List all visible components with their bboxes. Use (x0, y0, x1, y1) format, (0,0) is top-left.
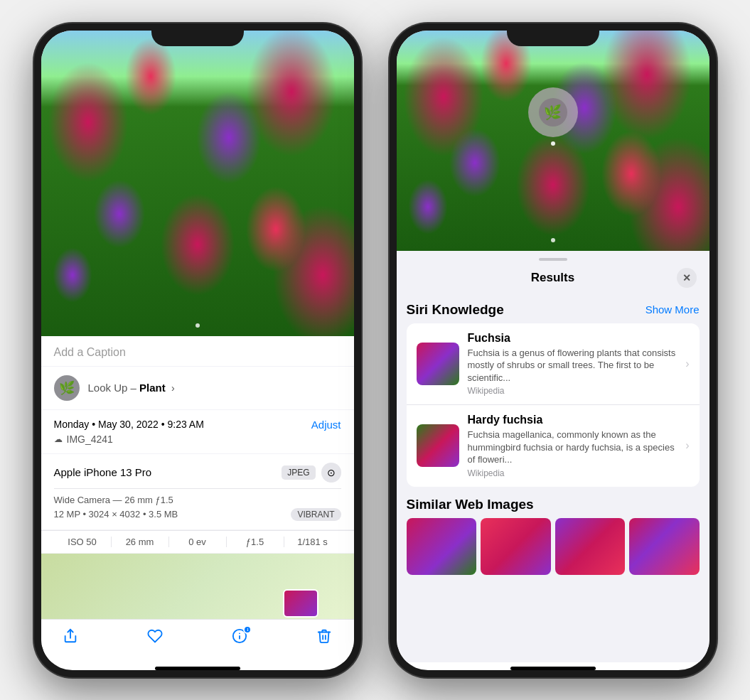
hardy-fuchsia-info: Hardy fuchsia Fuchsia magellanica, commo… (468, 414, 677, 478)
knowledge-item-hardy-fuchsia[interactable]: Hardy fuchsia Fuchsia magellanica, commo… (407, 405, 700, 487)
fuchsia-info: Fuchsia Fuchsia is a genus of flowering … (468, 332, 677, 397)
delete-button[interactable] (316, 628, 332, 648)
web-image-2[interactable] (481, 518, 551, 575)
svg-point-4 (247, 628, 248, 629)
siri-bubble: 🌿 (528, 87, 578, 137)
flower-photo (41, 31, 354, 336)
svg-rect-5 (247, 630, 248, 631)
filename-row: ☁ IMG_4241 (54, 434, 341, 445)
cloud-icon: ☁ (54, 434, 63, 444)
format-badge: JPEG (282, 465, 315, 480)
hardy-fuchsia-thumbnail (417, 424, 459, 467)
ev-value: 0 ev (169, 537, 227, 547)
hardy-fuchsia-description: Fuchsia magellanica, commonly known as t… (468, 429, 677, 466)
web-image-3[interactable] (555, 518, 626, 575)
results-content: Siri Knowledge Show More Fuchsia Fuchsia… (397, 294, 709, 662)
caption-placeholder[interactable]: Add a Caption (54, 346, 341, 359)
similar-images-header: Similar Web Images (407, 497, 700, 512)
home-bar (155, 667, 240, 670)
exif-row: ISO 50 26 mm 0 ev ƒ1.5 1/181 s (41, 530, 354, 553)
right-page-indicator (551, 238, 555, 242)
device-row: Apple iPhone 13 Pro JPEG ⊙ (54, 463, 341, 489)
lookup-icon: 🌿 (54, 375, 80, 401)
hardy-fuchsia-source: Wikipedia (468, 468, 677, 478)
similar-web-images (407, 518, 700, 575)
similar-images-title: Similar Web Images (407, 497, 534, 512)
left-screen: Add a Caption 🌿 Look Up – Plant › Monday… (41, 31, 354, 670)
siri-indicator-dot (551, 141, 555, 146)
photo-display[interactable] (41, 31, 354, 336)
date-text: Monday • May 30, 2022 • 9:23 AM (54, 419, 204, 430)
aperture-value: ƒ1.5 (227, 537, 284, 547)
fuchsia-name: Fuchsia (468, 332, 677, 345)
close-icon: ✕ (682, 272, 691, 284)
knowledge-item-fuchsia[interactable]: Fuchsia Fuchsia is a genus of flowering … (407, 323, 700, 406)
right-photo-display: 🌿 (397, 31, 709, 251)
results-panel: Results ✕ Siri Knowledge Show More Fuchs… (397, 251, 709, 662)
knowledge-card: Fuchsia Fuchsia is a genus of flowering … (407, 323, 700, 487)
results-header: Results ✕ (397, 261, 709, 294)
hardy-fuchsia-chevron-icon: › (685, 439, 689, 452)
hardy-fuchsia-name: Hardy fuchsia (468, 414, 677, 426)
fuchsia-thumbnail (417, 343, 459, 385)
siri-icon: 🌿 (539, 98, 567, 126)
shutter-value: 1/181 s (284, 537, 341, 547)
map-preview[interactable] (41, 554, 354, 619)
close-button[interactable]: ✕ (677, 268, 697, 288)
device-name: Apple iPhone 13 Pro (54, 466, 152, 478)
map-photo-thumbnail (283, 589, 318, 618)
page-indicator (195, 323, 200, 328)
camera-specs: Wide Camera — 26 mm ƒ1.5 (54, 495, 341, 505)
date-row: Monday • May 30, 2022 • 9:23 AM Adjust (54, 419, 341, 431)
web-image-1[interactable] (407, 518, 477, 575)
bottom-toolbar (41, 619, 354, 662)
resolution-row: 12 MP • 3024 × 4032 • 3.5 MB VIBRANT (54, 508, 341, 521)
show-more-button[interactable]: Show More (645, 303, 700, 316)
vibrant-badge: VIBRANT (291, 508, 341, 521)
web-image-4[interactable] (629, 518, 700, 575)
fuchsia-source: Wikipedia (468, 386, 677, 396)
lookup-label: Look Up – Plant › (88, 382, 175, 394)
caption-section: Add a Caption (41, 336, 354, 366)
lookup-chevron-icon: › (171, 382, 175, 394)
right-screen: 🌿 Results ✕ Siri Knowledge Show More (397, 31, 709, 670)
siri-knowledge-title: Siri Knowledge (407, 302, 504, 318)
fuchsia-chevron-icon: › (685, 357, 689, 370)
right-home-bar (510, 667, 596, 670)
iso-value: ISO 50 (54, 537, 112, 547)
resolution-text: 12 MP • 3024 × 4032 • 3.5 MB (54, 509, 178, 519)
fuchsia-description: Fuchsia is a genus of flowering plants t… (468, 347, 677, 384)
filename-text: IMG_4241 (67, 434, 113, 445)
lookup-subject: Plant (139, 382, 166, 394)
focal-value: 26 mm (112, 537, 169, 547)
metadata-section: Monday • May 30, 2022 • 9:23 AM Adjust ☁… (41, 410, 354, 453)
lookup-bar[interactable]: 🌿 Look Up – Plant › (41, 367, 354, 409)
device-section: Apple iPhone 13 Pro JPEG ⊙ Wide Camera —… (41, 454, 354, 529)
results-title: Results (429, 271, 677, 285)
right-phone: 🌿 Results ✕ Siri Knowledge Show More (390, 23, 717, 677)
siri-knowledge-header: Siri Knowledge Show More (407, 302, 700, 318)
info-button[interactable] (232, 628, 247, 648)
share-button[interactable] (63, 628, 78, 648)
favorite-button[interactable] (147, 628, 163, 648)
location-icon[interactable]: ⊙ (321, 463, 341, 483)
device-badges: JPEG ⊙ (282, 463, 341, 483)
adjust-button[interactable]: Adjust (311, 419, 341, 431)
left-phone: Add a Caption 🌿 Look Up – Plant › Monday… (34, 23, 361, 677)
right-flower-photo (397, 31, 709, 251)
lookup-prefix: Look Up – (88, 382, 136, 394)
info-panel: Add a Caption 🌿 Look Up – Plant › Monday… (41, 336, 354, 619)
